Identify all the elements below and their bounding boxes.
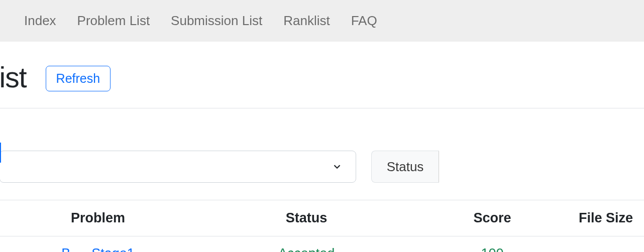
refresh-button[interactable]: Refresh (46, 66, 111, 91)
cell-problem[interactable]: B — Stage1 (0, 246, 196, 252)
page-header: ion List Refresh (0, 42, 644, 94)
cell-status[interactable]: Accepted (196, 246, 417, 252)
status-filter-button[interactable]: Status (371, 151, 439, 183)
submissions-table: Problem Status Score File Size B — Stage… (0, 200, 644, 252)
th-problem: Problem (0, 210, 196, 226)
th-filesize: File Size (568, 210, 644, 226)
status-filter-label: Status (387, 159, 424, 175)
nav-faq[interactable]: FAQ (351, 13, 377, 29)
table-row: B — Stage1 Accepted 100 (0, 236, 644, 252)
th-status: Status (196, 210, 417, 226)
cell-score: 100 (417, 246, 568, 252)
chevron-down-icon (332, 161, 343, 172)
nav-ranklist[interactable]: Ranklist (283, 13, 330, 29)
table-header: Problem Status Score File Size (0, 200, 644, 236)
selection-edge (0, 143, 1, 163)
navbar: Index Problem List Submission List Rankl… (0, 0, 644, 42)
th-score: Score (417, 210, 568, 226)
nav-index[interactable]: Index (24, 13, 56, 29)
cell-filesize (568, 246, 644, 252)
filters-row: Status (0, 108, 644, 183)
nav-problem-list[interactable]: Problem List (77, 13, 150, 29)
nav-submission-list[interactable]: Submission List (171, 13, 262, 29)
page-title: ion List (0, 61, 27, 94)
problem-select[interactable] (0, 151, 356, 183)
